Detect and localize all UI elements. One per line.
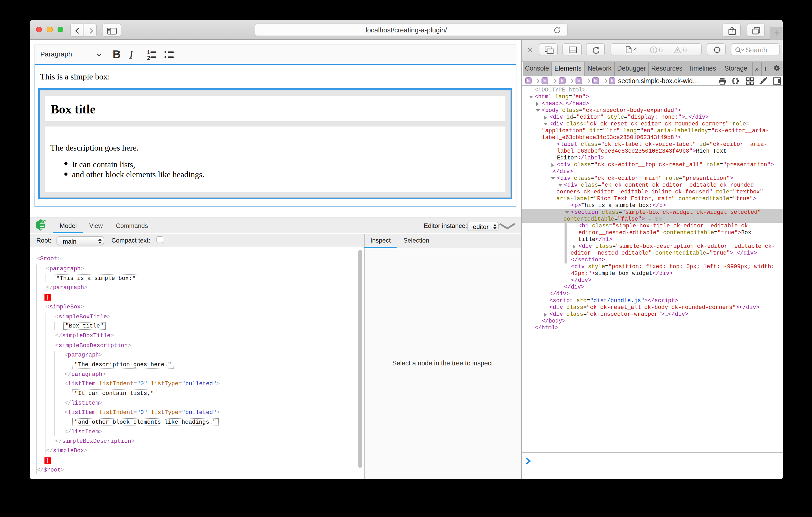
svg-text:2: 2 [147,55,150,60]
svg-text:5: 5 [44,220,45,224]
